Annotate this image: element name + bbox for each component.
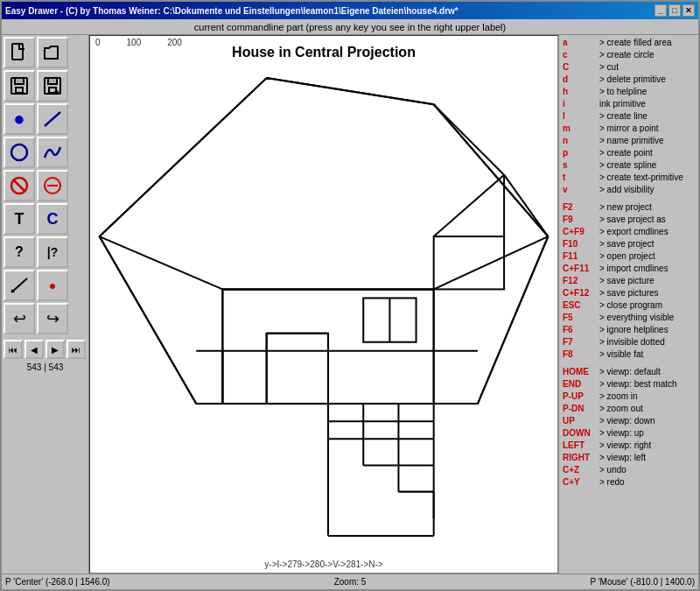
shortcut-key: C xyxy=(563,61,599,74)
line2-button[interactable] xyxy=(4,270,35,301)
shortcut-desc: > import cmdlines xyxy=(599,263,668,275)
shortcut-line: F5 > everything visible xyxy=(563,312,695,324)
shortcut-key: c xyxy=(563,49,599,61)
spline-button[interactable] xyxy=(37,137,68,168)
shortcut-desc: > invisible dotted xyxy=(599,336,665,348)
shortcut-desc: > save pictures xyxy=(599,287,659,299)
shortcut-key: F12 xyxy=(563,275,599,287)
undo-button[interactable]: ↩ xyxy=(4,303,35,334)
shortcut-key: a xyxy=(563,37,599,49)
shortcut-line: t> create text-primitive xyxy=(563,172,695,184)
shortcut-key: s xyxy=(563,159,599,172)
save-button[interactable] xyxy=(4,70,35,102)
shortcut-desc: > to helpline xyxy=(599,86,647,98)
shortcut-key: HOME xyxy=(563,366,599,378)
shortcut-key: P-DN xyxy=(563,403,599,415)
shortcut-key: F2 xyxy=(563,201,599,214)
svg-rect-3 xyxy=(16,88,23,93)
shortcut-key: l xyxy=(563,110,599,123)
shortcut-key: n xyxy=(563,135,599,147)
toolbar-row-9: ↩ ↪ xyxy=(4,303,87,334)
shortcut-desc: > create spline xyxy=(599,159,656,172)
redo-button[interactable]: ↪ xyxy=(37,303,68,334)
app-window: Easy Drawer - (C) by Thomas Weiner: C:\D… xyxy=(0,0,700,591)
shortcut-desc: > ignore helplines xyxy=(599,324,668,336)
maximize-button[interactable]: □ xyxy=(668,4,681,17)
point2-button[interactable]: ● xyxy=(37,270,68,301)
nav-prev-button[interactable]: ◀ xyxy=(24,340,44,359)
shortcut-desc: > save picture xyxy=(599,275,654,287)
shortcut-key: F9 xyxy=(563,214,599,226)
shortcut-desc: > create line xyxy=(599,110,648,123)
shortcut-key: F6 xyxy=(563,324,599,336)
text-button[interactable]: T xyxy=(4,203,35,235)
shortcut-key: DOWN xyxy=(563,427,599,440)
line-button[interactable] xyxy=(37,103,68,135)
shortcut-line: m> mirror a point xyxy=(563,123,695,135)
svg-line-14 xyxy=(11,278,27,292)
house-drawing xyxy=(90,60,557,553)
canvas-area[interactable]: 0 100 200 House in Central Projection xyxy=(89,35,558,573)
shortcut-line: UP > viewp: down xyxy=(563,415,695,427)
shortcut-key: C+Z xyxy=(563,464,599,476)
svg-rect-32 xyxy=(434,236,504,289)
shortcut-desc: > close program xyxy=(599,299,662,312)
shortcut-line: F7 > invisible dotted xyxy=(563,336,695,348)
shortcut-key: C+F12 xyxy=(563,287,599,299)
shortcut-line: l> create line xyxy=(563,110,695,123)
shortcut-line: C+F12 > save pictures xyxy=(563,287,695,299)
shortcut-desc: > add visibility xyxy=(599,184,654,196)
shortcut-desc: > mirror a point xyxy=(599,123,659,135)
shortcut-line: LEFT > viewp: right xyxy=(563,440,695,452)
cut-button[interactable] xyxy=(4,170,35,201)
save-as-button[interactable]: + xyxy=(37,70,68,102)
nav-first-button[interactable]: ⏮ xyxy=(4,340,23,359)
shortcut-desc: > create circle xyxy=(599,49,654,61)
new-button[interactable] xyxy=(4,37,35,68)
open-button[interactable] xyxy=(37,37,68,68)
shortcut-desc: > viewp: left xyxy=(599,452,646,464)
nav-last-button[interactable]: ⏭ xyxy=(66,340,86,359)
circle-button[interactable] xyxy=(4,137,35,168)
help-button[interactable]: ? xyxy=(4,236,35,268)
svg-line-28 xyxy=(100,236,223,289)
shortcut-key: F8 xyxy=(563,348,599,361)
right-shortcuts-panel: a> create filled areac> create circleC> … xyxy=(558,35,698,573)
shortcut-line: c> create circle xyxy=(563,49,695,61)
shortcuts-list: a> create filled areac> create circleC> … xyxy=(563,37,695,489)
shortcut-desc: ink primitive xyxy=(599,98,646,110)
shortcut-desc: > undo xyxy=(599,464,626,476)
nav-next-button[interactable]: ▶ xyxy=(46,340,65,359)
shortcut-key: END xyxy=(563,378,599,390)
svg-line-17 xyxy=(100,78,267,236)
svg-line-8 xyxy=(45,112,60,126)
shortcut-line: h> to helpline xyxy=(563,86,695,98)
shortcut-line: C+Z > undo xyxy=(563,464,695,476)
minimize-button[interactable]: _ xyxy=(654,4,667,17)
shortcut-line: F10 > save project xyxy=(563,238,695,250)
no-button[interactable] xyxy=(37,170,68,201)
shortcut-line: C+F11 > import cmdlines xyxy=(563,263,695,275)
shortcut-key: h xyxy=(563,86,599,98)
shortcut-key: UP xyxy=(563,415,599,427)
shortcut-key: LEFT xyxy=(563,440,599,452)
shortcut-key: C+Y xyxy=(563,476,599,489)
nav-row: ⏮ ◀ ▶ ⏭ xyxy=(4,340,87,359)
toolbar-row-7: ? |? xyxy=(4,236,87,268)
shortcut-line: P-DN > zoom out xyxy=(563,403,695,415)
point-button[interactable]: ● xyxy=(4,103,35,135)
curve-button[interactable]: C xyxy=(37,203,68,235)
shortcut-desc: > export cmdlines xyxy=(599,226,668,238)
shortcut-line: F6 > ignore helplines xyxy=(563,324,695,336)
shortcut-line: F12 > save picture xyxy=(563,275,695,287)
shortcut-desc: > create text-primitive xyxy=(599,172,683,184)
svg-line-33 xyxy=(434,175,504,236)
shortcut-key: v xyxy=(563,184,599,196)
help2-button[interactable]: |? xyxy=(37,236,68,268)
shortcut-line: ESC > close program xyxy=(563,299,695,312)
main-area: + ● xyxy=(2,35,698,573)
shortcut-line: DOWN > viewp: up xyxy=(563,427,695,440)
shortcut-desc: > everything visible xyxy=(599,312,674,324)
drawing-title: House in Central Projection xyxy=(90,45,557,60)
close-button[interactable]: ✕ xyxy=(682,4,695,17)
